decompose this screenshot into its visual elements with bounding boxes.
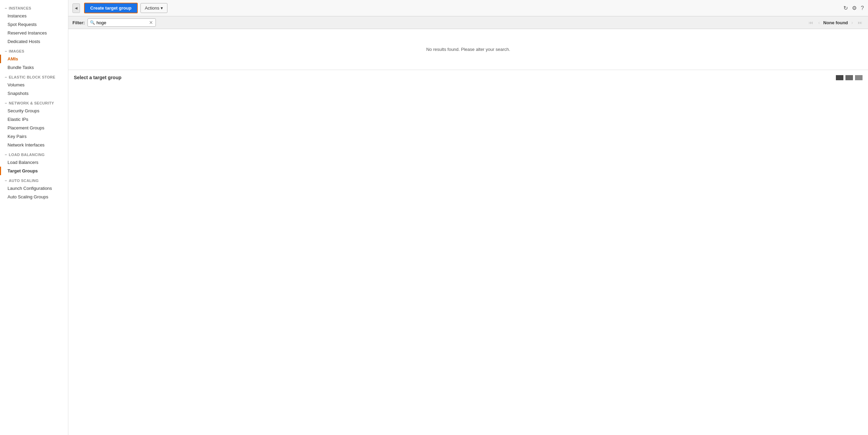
toolbar-icons: ↻ ⚙ ?: [843, 5, 864, 11]
sidebar-item-network-interfaces[interactable]: Network Interfaces: [0, 141, 68, 149]
sidebar-section-header-load-balancing[interactable]: − LOAD BALANCING: [0, 149, 68, 158]
sidebar-item-placement-groups[interactable]: Placement Groups: [0, 124, 68, 132]
actions-button[interactable]: Actions ▾: [140, 3, 168, 13]
detail-view-icons: [836, 75, 863, 80]
sidebar: − INSTANCESInstancesSpot RequestsReserve…: [0, 0, 68, 435]
none-found-label: None found: [823, 20, 848, 25]
sidebar-section-header-instances[interactable]: − INSTANCES: [0, 3, 68, 12]
create-target-group-button[interactable]: Create target group: [84, 3, 138, 13]
filter-input[interactable]: [96, 20, 148, 25]
last-page-button[interactable]: ⏭: [856, 19, 864, 26]
results-area: No results found. Please alter your sear…: [68, 29, 868, 70]
sidebar-item-launch-configurations[interactable]: Launch Configurations: [0, 184, 68, 193]
minus-icon: −: [5, 179, 7, 183]
refresh-icon[interactable]: ↻: [843, 5, 848, 11]
filter-label: Filter:: [72, 20, 85, 25]
view-icon-1[interactable]: [836, 75, 843, 80]
settings-icon[interactable]: ⚙: [852, 5, 857, 11]
sidebar-item-reserved-instances[interactable]: Reserved Instances: [0, 29, 68, 37]
view-icon-3[interactable]: [855, 75, 863, 80]
sidebar-item-key-pairs[interactable]: Key Pairs: [0, 132, 68, 141]
filter-clear-button[interactable]: ✕: [149, 20, 153, 25]
minus-icon: −: [5, 153, 7, 157]
main-content: ◀ Create target group Actions ▾ ↻ ⚙ ? Fi…: [68, 0, 868, 435]
first-page-button[interactable]: ⏮: [807, 19, 815, 26]
sidebar-section-header-network-security[interactable]: − NETWORK & SECURITY: [0, 98, 68, 107]
sidebar-section-header-images[interactable]: − IMAGES: [0, 46, 68, 55]
filter-bar: Filter: 🔍 ✕ ⏮ ‹ None found › ⏭: [68, 16, 868, 29]
sidebar-item-auto-scaling-groups[interactable]: Auto Scaling Groups: [0, 193, 68, 201]
next-page-button[interactable]: ›: [850, 19, 854, 26]
help-icon[interactable]: ?: [861, 5, 864, 11]
sidebar-item-snapshots[interactable]: Snapshots: [0, 89, 68, 98]
detail-title: Select a target group: [74, 75, 121, 80]
view-icon-2[interactable]: [845, 75, 853, 80]
detail-area: Select a target group: [68, 70, 868, 435]
search-icon: 🔍: [90, 20, 95, 25]
sidebar-item-amis[interactable]: AMIs: [0, 55, 68, 63]
toolbar: ◀ Create target group Actions ▾ ↻ ⚙ ?: [68, 0, 868, 16]
content-area: No results found. Please alter your sear…: [68, 29, 868, 435]
sidebar-section-header-elastic-block-store[interactable]: − ELASTIC BLOCK STORE: [0, 72, 68, 81]
minus-icon: −: [5, 75, 7, 79]
pagination-area: ⏮ ‹ None found › ⏭: [807, 19, 864, 26]
sidebar-item-dedicated-hosts[interactable]: Dedicated Hosts: [0, 37, 68, 46]
detail-header: Select a target group: [74, 75, 863, 80]
empty-results-message: No results found. Please alter your sear…: [426, 47, 510, 52]
minus-icon: −: [5, 101, 7, 105]
sidebar-section-header-auto-scaling[interactable]: − AUTO SCALING: [0, 175, 68, 184]
sidebar-item-security-groups[interactable]: Security Groups: [0, 107, 68, 115]
sidebar-item-target-groups[interactable]: Target Groups: [0, 167, 68, 175]
sidebar-item-volumes[interactable]: Volumes: [0, 81, 68, 89]
collapse-sidebar-button[interactable]: ◀: [72, 3, 80, 13]
chevron-down-icon: ▾: [161, 5, 163, 11]
sidebar-item-instances[interactable]: Instances: [0, 12, 68, 20]
sidebar-item-bundle-tasks[interactable]: Bundle Tasks: [0, 63, 68, 72]
sidebar-item-spot-requests[interactable]: Spot Requests: [0, 20, 68, 29]
sidebar-item-load-balancers[interactable]: Load Balancers: [0, 158, 68, 167]
minus-icon: −: [5, 49, 7, 53]
minus-icon: −: [5, 6, 7, 10]
actions-label: Actions: [145, 5, 160, 11]
sidebar-item-elastic-ips[interactable]: Elastic IPs: [0, 115, 68, 124]
filter-input-wrap: 🔍 ✕: [87, 18, 156, 27]
prev-page-button[interactable]: ‹: [817, 19, 821, 26]
